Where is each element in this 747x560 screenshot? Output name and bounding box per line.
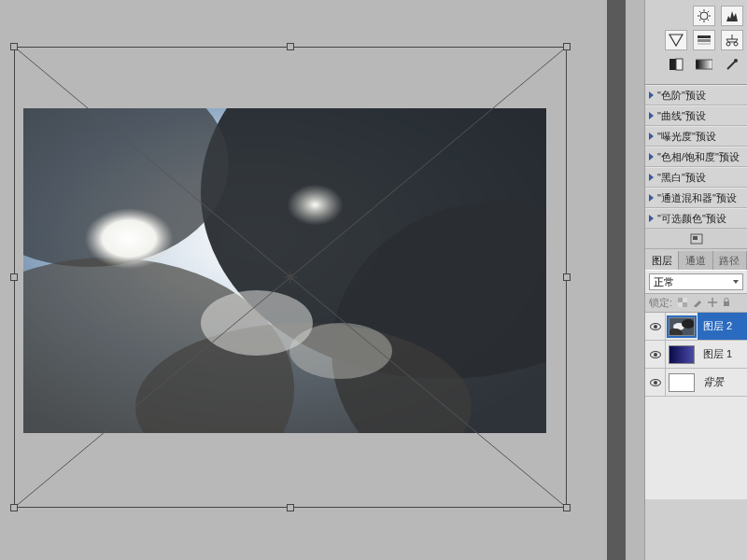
lock-position-icon[interactable]	[708, 298, 717, 309]
layer-thumbnail[interactable]	[666, 313, 698, 340]
svg-rect-30	[669, 59, 676, 70]
lock-pixels-icon[interactable]	[693, 298, 702, 309]
layer-list: 图层 2 图层 1 背景	[645, 313, 747, 499]
layer-name[interactable]: 图层 2	[698, 313, 747, 340]
transform-handle-se[interactable]	[563, 504, 571, 511]
vibrance-icon[interactable]	[665, 30, 687, 50]
layer-row-1[interactable]: 图层 1	[645, 341, 747, 369]
levels-icon[interactable]	[721, 6, 743, 26]
svg-point-28	[726, 42, 730, 46]
svg-rect-26	[698, 43, 711, 45]
color-balance-icon[interactable]	[721, 30, 743, 50]
selective-color-icon[interactable]	[721, 54, 743, 75]
svg-rect-44	[669, 346, 695, 364]
layer-name[interactable]: 背景	[698, 369, 747, 396]
panel-tabs: 图层 通道 路径	[645, 251, 747, 270]
lock-all-icon[interactable]	[723, 298, 730, 309]
expand-arrow-icon	[649, 153, 654, 161]
expand-arrow-icon	[649, 133, 654, 140]
visibility-toggle[interactable]	[645, 369, 666, 396]
svg-point-33	[734, 59, 738, 63]
preset-label: "色相/饱和度"预设	[657, 150, 740, 164]
svg-point-15	[700, 12, 708, 20]
layer-row-background[interactable]: 背景	[645, 369, 747, 397]
right-panel: "色阶"预设 "曲线"预设 "曝光度"预设 "色相/饱和度"预设 "黑白"预设 …	[644, 0, 747, 560]
layers-panel: 图层 通道 路径 正常 锁定: 图层 2	[645, 251, 747, 499]
lock-label: 锁定:	[649, 296, 672, 310]
preset-label: "曲线"预设	[657, 109, 706, 123]
expand-arrow-icon	[649, 91, 654, 99]
svg-rect-32	[696, 60, 712, 69]
svg-rect-35	[693, 236, 698, 240]
transform-handle-s[interactable]	[287, 504, 294, 511]
tab-channels[interactable]: 通道	[679, 251, 712, 270]
visibility-toggle[interactable]	[645, 313, 666, 340]
svg-rect-37	[678, 298, 683, 302]
layer-row-2[interactable]: 图层 2	[645, 313, 747, 341]
panel-footer-icon[interactable]	[645, 229, 747, 249]
preset-label: "通道混和器"预设	[657, 191, 737, 205]
gradient-map-icon[interactable]	[693, 54, 715, 75]
svg-rect-39	[724, 301, 729, 306]
brightness-contrast-icon[interactable]	[693, 6, 715, 26]
eye-icon	[650, 351, 661, 358]
adjustments-icon-grid	[645, 0, 747, 78]
tab-layers[interactable]: 图层	[645, 251, 679, 270]
preset-exposure[interactable]: "曝光度"预设	[645, 126, 747, 147]
layer-name[interactable]: 图层 1	[698, 341, 747, 368]
svg-line-20	[699, 11, 701, 13]
svg-line-22	[699, 20, 701, 21]
hue-saturation-icon[interactable]	[693, 30, 715, 50]
preset-label: "色阶"预设	[657, 89, 706, 103]
blend-mode-row: 正常	[645, 270, 747, 294]
free-transform-box[interactable]	[14, 47, 567, 508]
transform-handle-nw[interactable]	[10, 43, 18, 50]
blend-mode-value: 正常	[654, 275, 674, 289]
preset-list: "色阶"预设 "曲线"预设 "曝光度"预设 "色相/饱和度"预设 "黑白"预设 …	[645, 84, 747, 229]
svg-line-23	[708, 11, 710, 13]
transform-handle-ne[interactable]	[563, 43, 571, 50]
transform-handle-n[interactable]	[287, 43, 294, 50]
eye-icon	[650, 323, 661, 330]
expand-arrow-icon	[649, 194, 654, 202]
preset-bw[interactable]: "黑白"预设	[645, 167, 747, 188]
transform-handle-w[interactable]	[10, 273, 18, 281]
canvas-area	[0, 0, 574, 560]
tab-paths[interactable]: 路径	[713, 251, 747, 270]
layer-thumbnail[interactable]	[666, 341, 698, 368]
svg-rect-24	[698, 35, 711, 38]
lock-transparent-icon[interactable]	[678, 298, 687, 309]
svg-rect-25	[698, 39, 711, 42]
svg-rect-38	[683, 302, 687, 307]
svg-point-29	[734, 42, 738, 46]
preset-label: "曝光度"预设	[657, 130, 716, 144]
visibility-toggle[interactable]	[645, 341, 666, 368]
transform-border	[14, 47, 567, 508]
svg-point-42	[682, 319, 695, 329]
preset-levels[interactable]: "色阶"预设	[645, 85, 747, 105]
preset-label: "黑白"预设	[657, 171, 706, 185]
lock-row: 锁定:	[645, 294, 747, 313]
transform-handle-sw[interactable]	[10, 504, 18, 511]
expand-arrow-icon	[649, 112, 654, 119]
preset-channel-mixer[interactable]: "通道混和器"预设	[645, 188, 747, 208]
panel-gutter	[607, 0, 626, 560]
preset-label: "可选颜色"预设	[657, 212, 726, 226]
layer-thumbnail[interactable]	[666, 369, 698, 396]
transform-handle-e[interactable]	[563, 273, 571, 281]
expand-arrow-icon	[649, 215, 654, 222]
blend-mode-select[interactable]: 正常	[649, 273, 743, 290]
layer-list-empty-area	[645, 397, 747, 499]
expand-arrow-icon	[649, 174, 654, 181]
preset-hue-sat[interactable]: "色相/饱和度"预设	[645, 147, 747, 167]
preset-curves[interactable]: "曲线"预设	[645, 105, 747, 126]
svg-line-21	[708, 20, 710, 21]
preset-selective-color[interactable]: "可选颜色"预设	[645, 208, 747, 229]
invert-icon[interactable]	[665, 54, 687, 75]
svg-rect-31	[676, 59, 683, 70]
eye-icon	[650, 379, 661, 386]
